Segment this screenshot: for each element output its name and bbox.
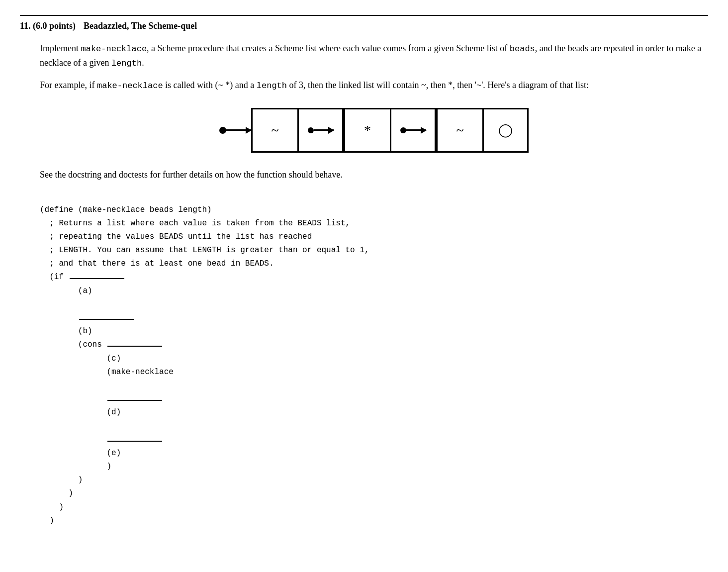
blank-e-line [107,441,162,442]
close-paren-1: ) [106,462,111,471]
code-line3: ; repeating the values BEADS until the l… [40,232,312,241]
code-line4: ; LENGTH. You can assume that LENGTH is … [40,246,369,255]
beads-ref: beads [510,44,535,54]
code-cons: (cons [78,340,164,349]
node-2-connector [400,127,426,133]
length-ref: length [111,59,142,68]
start-dot [219,127,226,134]
code-if: (if [49,273,125,282]
close-paren-4: ) [59,503,64,512]
node-1-pointer [297,109,342,151]
code-line2: ; Returns a list where each value is tak… [40,219,350,228]
node-3-value: ~ [438,109,482,151]
tilde-code: ~ [218,81,223,91]
blank-b-line [79,319,134,320]
node-2-value: * [345,109,390,151]
close-paren-3: ) [69,489,74,498]
node-2-pointer [390,109,435,151]
make-necklace-ref1: make-necklace [81,44,147,54]
close-paren-5: ) [49,516,54,525]
problem-number: 11. (6.0 points) [20,21,76,31]
label-e: (e) [106,449,121,458]
length-ref2: length [257,81,287,91]
problem-content: Implement make-necklace, a Scheme proced… [40,41,708,541]
start-arrow [219,127,251,134]
code-make-necklace2: (make-necklace [106,368,173,377]
node-3-pointer: ◯ [482,109,527,151]
label-a: (a) [78,286,92,295]
label-c: (c) [106,354,121,363]
code-line1: (define (make-necklace beads length) [40,205,212,214]
node-2: * [344,108,436,153]
node-1: ~ [251,108,344,153]
label-d: (d) [106,408,121,417]
problem-title: Beadazzled, The Scheme-quel [84,21,197,31]
node-3: ~ ◯ [436,108,529,153]
label-b: (b) [78,327,92,336]
tilde-code2: ~ [476,81,481,91]
description-p1: Implement make-necklace, a Scheme proced… [40,41,708,70]
problem-header: 11. (6.0 points) Beadazzled, The Scheme-… [20,15,708,31]
blank-a-line [70,278,124,279]
node-1-connector [308,127,334,133]
description-p2: For example, if make-necklace is called … [40,78,708,93]
blank-c-line [107,346,162,347]
make-necklace-ref2: make-necklace [97,81,163,91]
code-line5: ; and that there is at least one bead in… [40,259,273,268]
close-paren-2: ) [78,476,83,484]
blank-d-line [107,400,162,401]
linked-list-diagram: ~ * ~ ◯ [40,108,708,153]
null-symbol: ◯ [498,122,513,138]
node-2-arrow [406,129,426,131]
node-1-dot [308,127,314,133]
start-arrow-line [226,129,251,131]
docstring-note: See the docstring and doctests for furth… [40,168,708,182]
node-1-value: ~ [253,109,297,151]
code-block: (define (make-necklace beads length) ; R… [40,190,708,541]
problem-points: (6.0 points) [33,21,76,31]
node-2-dot [400,127,406,133]
node-1-arrow [314,129,334,131]
problem-num-text: 11. [20,21,31,31]
